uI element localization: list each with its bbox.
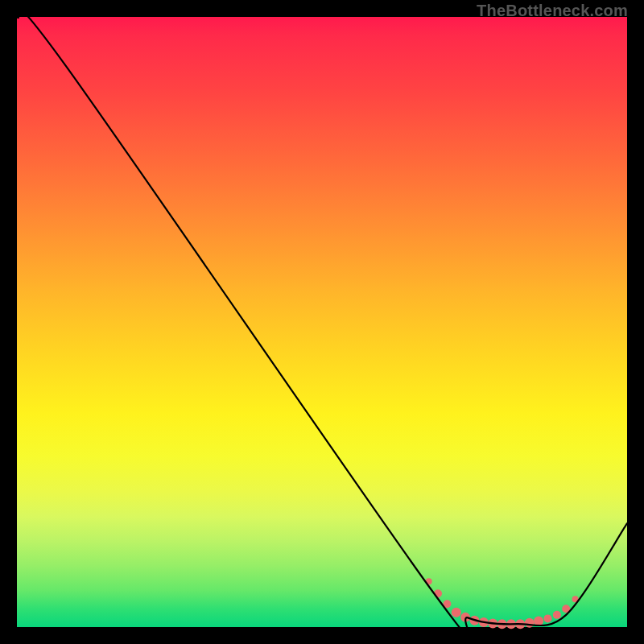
- trend-marker: [543, 614, 551, 622]
- trend-marker: [534, 616, 543, 625]
- chart-svg: [17, 17, 627, 627]
- chart-stage: TheBottleneck.com: [0, 0, 644, 644]
- trend-marker: [525, 618, 535, 628]
- trend-line: [17, 9, 627, 638]
- trend-marker: [452, 608, 461, 617]
- trend-marker: [553, 611, 561, 619]
